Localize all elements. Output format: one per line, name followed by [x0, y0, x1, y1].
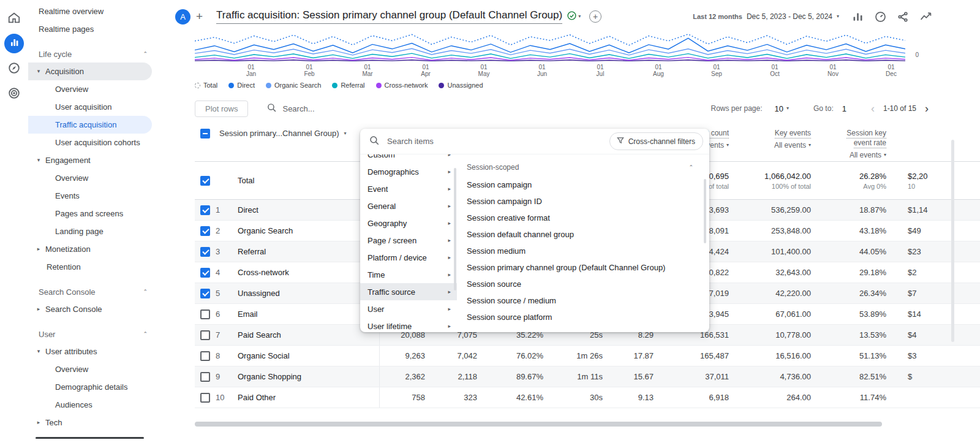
sidebar-item-acquisition-overview[interactable]: Overview — [28, 80, 157, 98]
dimension-item[interactable]: Session creative format — [457, 210, 709, 226]
add-comparison-button[interactable]: + — [196, 10, 203, 23]
section-label: User — [39, 330, 55, 339]
picker-search-input[interactable] — [386, 136, 609, 146]
category-user-lifetime[interactable]: User lifetime▸ — [360, 317, 457, 332]
plot-rows-button[interactable]: Plot rows — [195, 101, 248, 117]
category-geography[interactable]: Geography▸ — [360, 215, 457, 232]
category-platform-device[interactable]: Platform / device▸ — [360, 249, 457, 266]
row-checkbox[interactable] — [200, 351, 210, 361]
sidebar-item-engagement[interactable]: ▾ Engagement — [28, 151, 157, 169]
legend-item-referral[interactable]: Referral — [332, 82, 364, 89]
sidebar-item-monetization[interactable]: ▸ Monetization — [28, 240, 157, 258]
sidebar-item-audiences[interactable]: Audiences — [28, 396, 157, 414]
sidebar-item-user-attributes-overview[interactable]: Overview — [28, 360, 157, 378]
legend-item-unassigned[interactable]: Unassigned — [439, 82, 483, 89]
dimension-item[interactable]: Session default channel group — [457, 226, 709, 243]
goto-page-input[interactable]: 1 — [842, 104, 846, 113]
dimension-item[interactable]: Session source — [457, 276, 709, 292]
row-checkbox[interactable] — [200, 372, 210, 382]
category-page-screen[interactable]: Page / screen▸ — [360, 232, 457, 249]
sidebar-item-engagement-overview[interactable]: Overview — [28, 169, 157, 187]
sidebar-item-demographic-details[interactable]: Demographic details — [28, 378, 157, 396]
legend-item-cross-network[interactable]: Cross-network — [376, 82, 428, 89]
insights-button[interactable] — [919, 10, 932, 23]
category-time[interactable]: Time▸ — [360, 266, 457, 283]
row-checkbox[interactable] — [200, 268, 210, 278]
reports-nav-button[interactable] — [4, 34, 24, 53]
row-checkbox[interactable] — [200, 289, 210, 298]
avatar[interactable]: A — [175, 9, 190, 25]
explore-nav-button[interactable] — [4, 59, 24, 78]
sidebar-item-traffic-acquisition[interactable]: Traffic acquisition — [28, 116, 152, 134]
category-scrollbar[interactable] — [454, 168, 456, 290]
sidebar-item-user-acquisition-cohorts[interactable]: User acquisition cohorts — [28, 134, 157, 151]
page-title[interactable]: Traffic acquisition: Session primary cha… — [216, 9, 562, 24]
share-button[interactable] — [897, 10, 910, 23]
sidebar-section-search-console[interactable]: Search Console ⌃ — [28, 283, 157, 300]
share-icon — [897, 10, 910, 23]
dimension-item[interactable]: Session source platform — [457, 309, 709, 325]
category-event[interactable]: Event▸ — [360, 180, 457, 197]
comparison-chart-button[interactable] — [851, 10, 864, 23]
caret-down-icon: ▾ — [884, 153, 886, 158]
prev-page-button[interactable]: ‹ — [871, 103, 875, 114]
advertising-nav-button[interactable] — [4, 84, 24, 104]
table-row[interactable]: 8 Organic Social 9,263 7,042 76.02% 1m 2… — [195, 346, 980, 366]
sidebar-item-user-attributes[interactable]: ▾ User attributes — [28, 343, 157, 360]
dimension-item[interactable]: Session source / medium — [457, 292, 709, 309]
dimension-item[interactable]: Session campaign — [457, 177, 709, 193]
category-traffic-source[interactable]: Traffic source▸ — [360, 283, 457, 300]
select-all-checkbox[interactable] — [200, 129, 210, 139]
row-checkbox[interactable] — [200, 176, 210, 186]
sidebar-item-user-acquisition[interactable]: User acquisition — [28, 98, 157, 116]
legend-item-total[interactable]: Total — [195, 82, 217, 89]
rows-per-page-select[interactable]: 10 ▾ — [775, 104, 789, 113]
row-checkbox[interactable] — [200, 309, 210, 319]
category-general[interactable]: General▸ — [360, 197, 457, 215]
vertical-scrollbar[interactable] — [951, 140, 954, 342]
sidebar-section-user[interactable]: User ⌃ — [28, 325, 157, 343]
category-custom[interactable]: Custom▸ — [360, 154, 457, 163]
event-selector[interactable]: All events▾ — [774, 141, 811, 150]
home-nav-button[interactable] — [4, 9, 24, 28]
column-header-session-key-event-rate[interactable]: Session key event rate All events▾ — [815, 129, 890, 159]
report-status-badge[interactable]: ▾ — [567, 10, 581, 23]
table-search[interactable]: Search... — [266, 102, 314, 115]
row-checkbox[interactable] — [200, 226, 210, 236]
sidebar-item-pages-and-screens[interactable]: Pages and screens — [28, 205, 157, 222]
sidebar-item-landing-page[interactable]: Landing page — [28, 222, 157, 240]
dimension-item[interactable]: Session primary channel group (Default C… — [457, 259, 709, 276]
next-page-button[interactable]: › — [925, 103, 929, 114]
row-checkbox[interactable] — [200, 205, 210, 215]
cross-channel-filters-chip[interactable]: Cross-channel filters — [609, 132, 703, 150]
sidebar-item-realtime-overview[interactable]: Realtime overview — [28, 2, 157, 20]
category-user[interactable]: User▸ — [360, 300, 457, 317]
legend-item-organic-search[interactable]: Organic Search — [266, 82, 321, 89]
axis-tick: 01Dec — [879, 64, 903, 77]
legend-item-direct[interactable]: Direct — [228, 82, 255, 89]
item-list-scrollbar[interactable] — [704, 179, 706, 243]
report-snapshot-button[interactable] — [874, 10, 887, 23]
sidebar-item-events[interactable]: Events — [28, 187, 157, 205]
sidebar-item-tech[interactable]: ▸ Tech — [28, 414, 157, 431]
sidebar-item-retention[interactable]: Retention — [28, 258, 157, 276]
category-demographics[interactable]: Demographics▸ — [360, 163, 457, 180]
table-row[interactable]: 9 Organic Shopping 2,362 2,118 89.67% 1m… — [195, 366, 980, 387]
column-header-key-events[interactable]: Key events All events▾ — [733, 129, 815, 150]
horizontal-scrollbar[interactable] — [195, 422, 882, 427]
sidebar-item-realtime-pages[interactable]: Realtime pages — [28, 20, 157, 38]
sidebar-item-acquisition[interactable]: ▾ Acquisition — [28, 63, 152, 80]
sidebar-section-life-cycle[interactable]: Life cycle ⌃ — [28, 45, 157, 63]
sidebar-item-search-console[interactable]: ▸ Search Console — [28, 300, 157, 318]
dimension-selector[interactable]: Session primary...Channel Group) ▾ — [216, 129, 380, 138]
dimension-item[interactable]: Session medium — [457, 243, 709, 259]
row-checkbox[interactable] — [200, 393, 210, 403]
row-checkbox[interactable] — [200, 247, 210, 257]
date-range-picker[interactable]: Last 12 months Dec 5, 2023 - Dec 5, 2024… — [693, 12, 839, 21]
row-checkbox[interactable] — [200, 330, 210, 340]
table-row[interactable]: 10 Paid Other 758 323 42.61% 30s 9.13 6,… — [195, 387, 980, 408]
group-session-scoped[interactable]: Session-scoped ⌃ — [457, 158, 709, 177]
dimension-item[interactable]: Session campaign ID — [457, 193, 709, 210]
add-report-button[interactable]: + — [589, 10, 601, 23]
event-selector[interactable]: All events▾ — [850, 151, 886, 159]
